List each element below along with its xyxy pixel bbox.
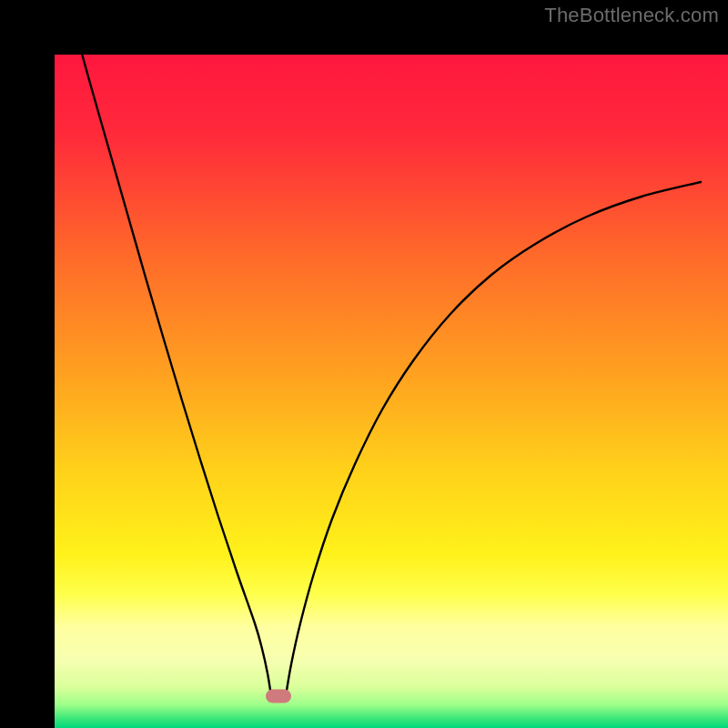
chart-frame	[27, 27, 701, 701]
curve-right-branch	[286, 182, 701, 696]
watermark-text: TheBottleneck.com	[544, 4, 719, 27]
curve-left-branch	[75, 27, 271, 696]
bottleneck-marker	[266, 690, 291, 703]
curve-layer	[27, 27, 701, 701]
